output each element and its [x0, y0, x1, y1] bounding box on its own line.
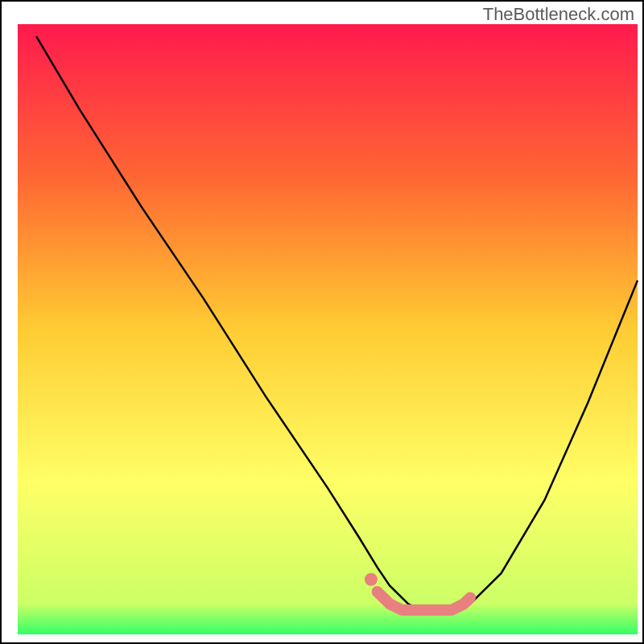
- bottleneck-chart: [0, 0, 644, 644]
- optimal-zone-dot: [365, 573, 378, 586]
- watermark-text: TheBottleneck.com: [483, 4, 634, 25]
- chart-container: TheBottleneck.com: [0, 0, 644, 644]
- svg-rect-0: [18, 24, 638, 634]
